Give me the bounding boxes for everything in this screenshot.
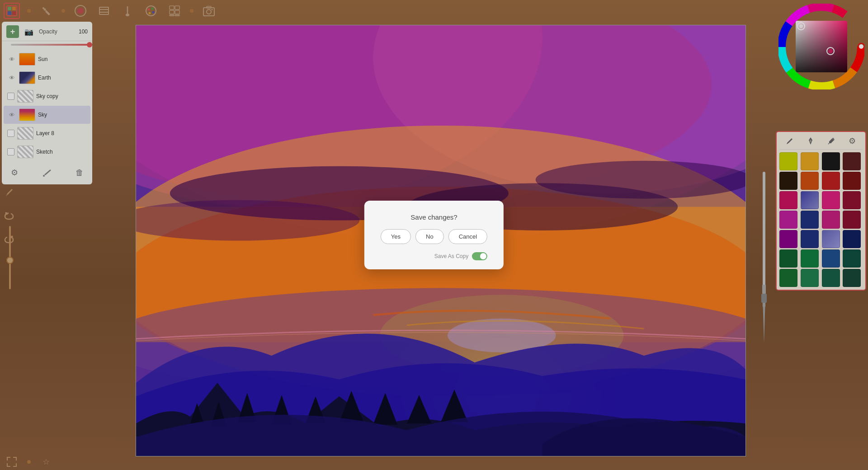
toggle-knob (480, 253, 486, 259)
dialog-overlay[interactable]: Save changes? Yes No Cancel Save As Copy (0, 0, 868, 470)
save-dialog: Save changes? Yes No Cancel Save As Copy (364, 201, 504, 269)
dialog-buttons: Yes No Cancel (381, 229, 487, 244)
dialog-title: Save changes? (410, 213, 457, 221)
yes-button[interactable]: Yes (381, 229, 411, 244)
save-as-copy-label: Save As Copy (434, 253, 468, 259)
save-as-copy-toggle[interactable] (472, 252, 487, 260)
cancel-button[interactable]: Cancel (448, 229, 487, 244)
dialog-footer: Save As Copy (434, 252, 487, 260)
no-button[interactable]: No (415, 229, 444, 244)
